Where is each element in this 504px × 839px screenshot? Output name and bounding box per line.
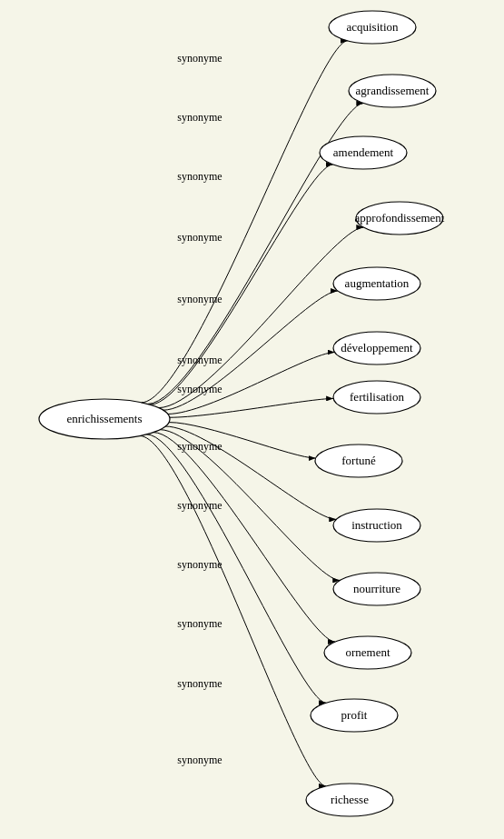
edge-label-9: synonyme — [177, 558, 222, 571]
edge-label-6: synonyme — [177, 383, 222, 395]
edge-label-8: synonyme — [177, 499, 222, 512]
edge-label-2: synonyme — [177, 170, 222, 183]
synonym-label-11: profit — [341, 708, 368, 722]
synonym-label-8: instruction — [351, 518, 402, 532]
edge-label-12: synonyme — [177, 754, 222, 766]
synonym-label-10: ornement — [345, 645, 390, 659]
synonym-label-5: développement — [341, 341, 413, 355]
edge-label-1: synonyme — [177, 111, 222, 124]
edge-path-0 — [142, 41, 348, 403]
edge-path-11 — [146, 434, 326, 703]
synonym-label-7: fortuné — [341, 454, 376, 467]
synonym-label-3: approfondissement — [355, 211, 445, 225]
synonym-label-12: richesse — [331, 793, 369, 806]
synonym-label-4: augmentation — [345, 276, 410, 290]
synonym-label-1: agrandissement — [356, 84, 430, 97]
center-node-label: enrichissements — [66, 412, 142, 425]
edge-path-12 — [140, 435, 326, 785]
edge-path-3 — [159, 227, 364, 408]
graph-container: enrichissements synonymeacquisitionsynon… — [0, 0, 504, 839]
synonym-label-0: acquisition — [346, 20, 399, 34]
edge-label-3: synonyme — [177, 231, 222, 244]
synonym-label-9: nourriture — [353, 582, 400, 595]
edge-label-0: synonyme — [177, 52, 222, 65]
edge-label-10: synonyme — [177, 617, 222, 630]
edge-label-11: synonyme — [177, 677, 222, 690]
edge-path-6 — [170, 398, 333, 417]
synonym-label-2: amendement — [333, 145, 394, 159]
edge-label-5: synonyme — [177, 354, 222, 366]
edge-label-4: synonyme — [177, 293, 222, 305]
synonym-label-6: fertilisation — [350, 390, 404, 404]
